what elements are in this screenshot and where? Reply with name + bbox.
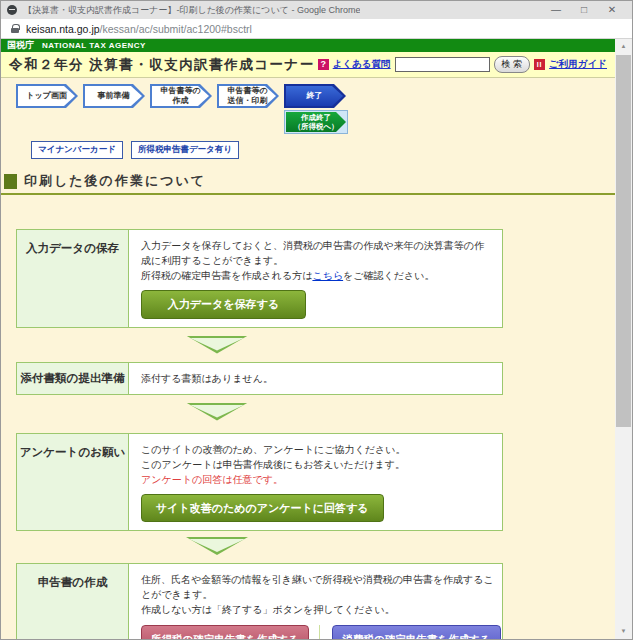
step-label-line: 終了 (307, 91, 323, 101)
user-guide-link[interactable]: ご利用ガイド (549, 58, 607, 71)
step-label: 終了 (286, 86, 343, 106)
window-controls: — □ ✕ (542, 1, 626, 19)
save-desc-text: をご確認ください。 (343, 270, 434, 281)
triangle-face (189, 539, 245, 552)
section-title: 入力データの保存 (17, 230, 129, 327)
step-preparation[interactable]: 事前準備 (83, 84, 145, 108)
scroll-up-arrow-icon[interactable]: ▲ (615, 39, 632, 54)
triangle-face (189, 405, 245, 418)
save-data-section: 入力データの保存 入力データを保存しておくと、消費税の申告書の作成や来年の決算書… (16, 229, 503, 328)
section-title: 申告書の作成 (17, 564, 129, 639)
window-titlebar: 【決算書・収支内訳書作成コーナー】-印刷した後の作業について - Google … (1, 1, 632, 19)
section-content: 入力データを保存しておくと、消費税の申告書の作成や来年の決算書等の作成に利用する… (129, 230, 502, 327)
attach-desc: 添付する書類はありません。 (141, 371, 490, 386)
step-label: 申告書等の 作成 (152, 86, 209, 106)
step-label: トップ画面 (18, 86, 75, 106)
consumption-tax-column: 消費税の確定申告書を作成する 消費税の確定申告書作成前に、必ず入力データの保存を… (319, 625, 501, 639)
step-label: 申告書等の 送信・印刷 (219, 86, 276, 106)
agency-name-en: NATIONAL TAX AGENCY (42, 41, 146, 50)
url-domain: keisan.nta.go.jp (26, 23, 100, 35)
attachment-section: 添付書類の提出準備 添付する書類はありません。 (16, 362, 503, 395)
lock-icon (11, 24, 19, 33)
section-content: 住所、氏名や金額等の情報を引き継いで所得税や消費税の申告書を作成することができま… (129, 564, 513, 639)
step-label: 事前準備 (85, 86, 142, 106)
nta-agency-bar: 国税庁 NATIONAL TAX AGENCY (1, 39, 615, 52)
site-title: 令和２年分 決算書・収支内訳書作成コーナー (9, 56, 315, 74)
site-header: 令和２年分 決算書・収支内訳書作成コーナー ? よくある質問 検 索 II ご利… (1, 52, 615, 78)
finish-label-line: 作成終了 (301, 113, 331, 122)
save-desc-line1: 入力データを保存しておくと、消費税の申告書の作成や来年の決算書等の作成に利用する… (141, 238, 490, 268)
survey-answer-button[interactable]: サイト改善のためのアンケートに回答する (141, 494, 384, 523)
finish-to-income-tax-arrow[interactable]: 作成終了 （所得税へ） (284, 110, 348, 134)
question-icon: ? (318, 59, 329, 70)
survey-section: アンケートのお願い このサイトの改善のため、アンケートにご協力ください。 このア… (16, 433, 503, 532)
section-content: このサイトの改善のため、アンケートにご協力ください。 このアンケートは申告書作成… (129, 434, 502, 531)
section-title: 添付書類の提出準備 (17, 363, 129, 394)
step-top-screen[interactable]: トップ画面 (16, 84, 78, 108)
step-label-line: トップ画面 (26, 91, 67, 101)
save-desc-line2: 所得税の確定申告書を作成される方はこちらをご確認ください。 (141, 268, 490, 283)
faq-link[interactable]: よくある質問 (333, 58, 391, 71)
close-button[interactable]: ✕ (598, 1, 626, 19)
scroll-down-arrow-icon[interactable]: ▼ (615, 624, 632, 639)
kochira-link[interactable]: こちら (312, 270, 343, 281)
agency-name-jp: 国税庁 (7, 39, 34, 52)
step-navigation: トップ画面 事前準備 申告書等の 作成 (16, 84, 615, 134)
create-consumption-tax-return-button[interactable]: 消費税の確定申告書を作成する (332, 625, 501, 639)
income-tax-column: 所得税の確定申告書を作成する 決算書・収支内訳書データは、所得税及び復興特別所得… (141, 625, 319, 639)
page-favicon-globe-icon (7, 5, 17, 15)
section-title: アンケートのお願い (17, 434, 129, 531)
search-input[interactable] (395, 57, 490, 72)
step-label-line: 作成 (173, 96, 189, 106)
page-body: 国税庁 NATIONAL TAX AGENCY 令和２年分 決算書・収支内訳書作… (1, 39, 632, 639)
guide-book-icon: II (534, 59, 545, 70)
scrollbar-thumb[interactable] (616, 55, 631, 427)
triangle-face (189, 338, 245, 351)
page-title: 印刷した後の作業について (24, 172, 206, 190)
step-label-line: 申告書等の (227, 86, 267, 96)
down-triangle-separator (186, 336, 248, 354)
create-income-tax-return-button[interactable]: 所得税の確定申告書を作成する (141, 625, 309, 639)
browser-window: 【決算書・収支内訳書作成コーナー】-印刷した後の作業について - Google … (0, 0, 633, 640)
filing-columns: 所得税の確定申告書を作成する 決算書・収支内訳書データは、所得税及び復興特別所得… (141, 625, 501, 639)
address-bar[interactable]: keisan.nta.go.jp /kessan/ac/submit/ac120… (1, 19, 632, 39)
filing-section: 申告書の作成 住所、氏名や金額等の情報を引き継いで所得税や消費税の申告書を作成す… (16, 563, 503, 639)
step-label-line: 事前準備 (98, 91, 130, 101)
search-button[interactable]: 検 索 (494, 56, 531, 73)
step-finish-current[interactable]: 終了 (284, 84, 346, 108)
save-desc-text: 所得税の確定申告書を作成される方は (141, 270, 312, 281)
save-input-data-button[interactable]: 入力データを保存する (141, 290, 306, 319)
finish-arrow-face: 作成終了 （所得税へ） (286, 112, 346, 132)
finish-label-line: （所得税へ） (293, 122, 338, 131)
survey-desc-line2: このアンケートは申告書作成後にもお答えいただけます。 (141, 457, 490, 472)
vertical-scrollbar[interactable]: ▲ ▼ (615, 39, 632, 639)
down-triangle-separator (186, 403, 248, 421)
section-content: 添付する書類はありません。 (129, 363, 502, 394)
heading-marker (4, 174, 17, 189)
step-label-line: 送信・印刷 (228, 96, 268, 106)
url-path: /kessan/ac/submit/ac1200#bsctrl (100, 23, 252, 35)
status-badges: マイナンバーカード 所得税申告書データ有り (31, 141, 615, 159)
window-title: 【決算書・収支内訳書作成コーナー】-印刷した後の作業について - Google … (23, 4, 360, 17)
income-tax-data-badge: 所得税申告書データ有り (131, 141, 239, 159)
step-create-return[interactable]: 申告書等の 作成 (150, 84, 212, 108)
filing-desc-line2: 作成しない方は「終了する」ボタンを押してください。 (141, 602, 501, 617)
survey-desc-line1: このサイトの改善のため、アンケートにご協力ください。 (141, 442, 490, 457)
header-tools: ? よくある質問 検 索 II ご利用ガイド (318, 56, 607, 73)
down-triangle-separator (186, 537, 248, 555)
survey-optional-note: アンケートの回答は任意です。 (141, 472, 490, 487)
step-send-print[interactable]: 申告書等の 送信・印刷 (217, 84, 279, 108)
filing-desc-line1: 住所、氏名や金額等の情報を引き継いで所得税や消費税の申告書を作成することができま… (141, 572, 501, 602)
maximize-button[interactable]: □ (570, 1, 598, 19)
mynumber-card-badge: マイナンバーカード (31, 141, 123, 159)
page-heading: 印刷した後の作業について (1, 172, 615, 195)
step-label-line: 申告書等の (160, 86, 200, 96)
minimize-button[interactable]: — (542, 1, 570, 19)
